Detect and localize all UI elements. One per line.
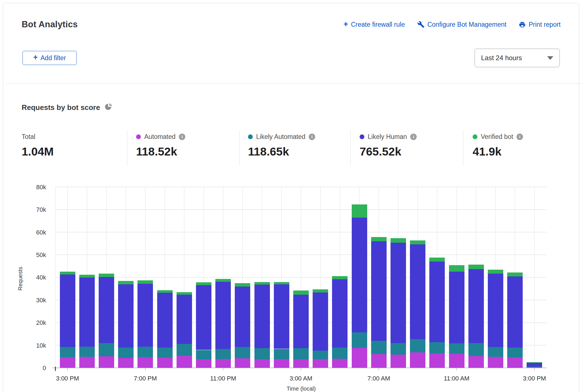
bar-segment-likely-automated[interactable] <box>254 348 270 359</box>
bar-segment-likely-automated[interactable] <box>60 347 75 357</box>
bar-group-11:00 AM[interactable] <box>449 265 464 368</box>
bar-segment-likely-automated[interactable] <box>196 350 211 359</box>
bar-segment-likely-automated[interactable] <box>274 349 289 359</box>
bar-segment-automated[interactable] <box>507 357 523 368</box>
bar-segment-likely-human[interactable] <box>60 274 75 347</box>
bar-segment-automated[interactable] <box>235 358 250 368</box>
bar-group-2:00 PM[interactable] <box>507 272 523 368</box>
info-icon[interactable]: i <box>410 134 417 140</box>
bar-segment-automated[interactable] <box>196 359 211 368</box>
bar-segment-verified-bot[interactable] <box>235 283 250 286</box>
bar-segment-automated[interactable] <box>391 355 406 368</box>
bar-segment-likely-automated[interactable] <box>157 348 173 358</box>
bar-segment-likely-human[interactable] <box>332 279 348 348</box>
bar-segment-likely-automated[interactable] <box>313 351 328 359</box>
bar-segment-verified-bot[interactable] <box>352 204 367 218</box>
add-filter-button[interactable]: + Add filter <box>22 51 77 65</box>
bar-segment-likely-human[interactable] <box>410 244 425 339</box>
bar-segment-likely-human[interactable] <box>391 243 406 343</box>
bar-group-10:00 AM[interactable] <box>429 258 445 368</box>
bar-group-12:00 AM[interactable] <box>235 283 250 368</box>
bar-segment-likely-human[interactable] <box>254 285 270 348</box>
bar-segment-verified-bot[interactable] <box>313 289 328 292</box>
bar-segment-likely-automated[interactable] <box>235 347 250 358</box>
bar-segment-likely-human[interactable] <box>293 295 309 348</box>
bar-segment-likely-automated[interactable] <box>391 343 406 355</box>
bar-segment-verified-bot[interactable] <box>215 279 231 282</box>
bar-segment-verified-bot[interactable] <box>79 275 95 278</box>
bar-segment-likely-automated[interactable] <box>449 343 464 354</box>
bar-segment-automated[interactable] <box>313 359 328 368</box>
bar-segment-likely-automated[interactable] <box>371 341 387 354</box>
print-report-link[interactable]: Print report <box>519 21 561 28</box>
bar-segment-likely-human[interactable] <box>215 282 231 349</box>
bar-segment-automated[interactable] <box>79 357 95 368</box>
bar-segment-automated[interactable] <box>60 357 75 368</box>
bar-segment-likely-automated[interactable] <box>215 349 231 359</box>
bar-segment-automated[interactable] <box>371 354 387 368</box>
bar-segment-likely-human[interactable] <box>99 277 114 343</box>
bar-group-4:00 AM[interactable] <box>313 289 328 368</box>
bar-segment-verified-bot[interactable] <box>137 280 153 284</box>
bar-segment-verified-bot[interactable] <box>60 272 75 275</box>
bar-segment-automated[interactable] <box>99 356 114 368</box>
bar-segment-automated[interactable] <box>215 359 231 368</box>
bar-segment-automated[interactable] <box>410 352 425 368</box>
bar-segment-likely-automated[interactable] <box>118 348 134 358</box>
bar-segment-verified-bot[interactable] <box>507 272 523 277</box>
configure-bot-management-link[interactable]: Configure Bot Management <box>417 21 506 28</box>
bar-segment-likely-human[interactable] <box>429 262 445 342</box>
bar-segment-automated[interactable] <box>429 353 445 368</box>
bar-segment-likely-automated[interactable] <box>293 348 309 359</box>
bar-segment-verified-bot[interactable] <box>157 290 173 293</box>
bar-segment-likely-human[interactable] <box>137 284 153 347</box>
bar-group-5:00 PM[interactable] <box>99 274 114 368</box>
bar-segment-automated[interactable] <box>527 367 542 368</box>
bar-group-4:00 PM[interactable] <box>79 275 95 368</box>
bar-segment-automated[interactable] <box>137 357 153 368</box>
bar-group-8:00 AM[interactable] <box>391 238 406 368</box>
bar-segment-verified-bot[interactable] <box>488 270 503 274</box>
bar-segment-verified-bot[interactable] <box>332 276 348 279</box>
bar-segment-verified-bot[interactable] <box>468 265 484 269</box>
bar-group-5:00 AM[interactable] <box>332 276 348 368</box>
bar-segment-likely-human[interactable] <box>313 292 328 351</box>
bar-segment-verified-bot[interactable] <box>371 237 387 241</box>
bar-segment-verified-bot[interactable] <box>118 281 134 284</box>
bar-segment-verified-bot[interactable] <box>527 362 542 362</box>
bar-segment-likely-human[interactable] <box>507 276 523 347</box>
time-range-select[interactable]: Last 24 hours <box>475 49 560 67</box>
bar-segment-likely-human[interactable] <box>118 284 134 348</box>
bar-segment-automated[interactable] <box>468 356 484 368</box>
bar-segment-likely-automated[interactable] <box>468 343 484 356</box>
bar-segment-likely-automated[interactable] <box>410 339 425 352</box>
bar-segment-automated[interactable] <box>157 358 173 368</box>
bar-segment-automated[interactable] <box>488 357 503 368</box>
bar-segment-likely-human[interactable] <box>527 363 542 367</box>
bar-segment-verified-bot[interactable] <box>196 282 211 285</box>
bar-segment-automated[interactable] <box>177 356 192 368</box>
bar-segment-verified-bot[interactable] <box>391 238 406 242</box>
bar-segment-likely-automated[interactable] <box>177 344 192 356</box>
bar-group-6:00 PM[interactable] <box>118 281 134 368</box>
bar-group-3:00 PM[interactable] <box>60 272 75 368</box>
bar-group-3:00 AM[interactable] <box>293 290 309 368</box>
bar-segment-verified-bot[interactable] <box>449 265 464 272</box>
bar-segment-likely-human[interactable] <box>468 269 484 343</box>
bar-segment-automated[interactable] <box>352 348 367 368</box>
bar-segment-automated[interactable] <box>118 358 134 368</box>
bar-segment-verified-bot[interactable] <box>254 282 270 285</box>
bar-segment-likely-human[interactable] <box>235 287 250 347</box>
bar-group-10:00 PM[interactable] <box>196 282 211 368</box>
info-icon[interactable]: i <box>516 134 523 140</box>
bar-segment-likely-automated[interactable] <box>137 347 153 357</box>
bar-group-7:00 PM[interactable] <box>137 280 153 368</box>
bar-group-8:00 PM[interactable] <box>157 290 173 368</box>
bar-segment-likely-human[interactable] <box>371 241 387 341</box>
bar-segment-automated[interactable] <box>254 359 270 368</box>
bar-segment-likely-automated[interactable] <box>332 348 348 359</box>
bar-segment-automated[interactable] <box>449 354 464 368</box>
bar-segment-likely-human[interactable] <box>79 278 95 347</box>
bar-group-9:00 AM[interactable] <box>410 240 425 368</box>
bar-segment-likely-automated[interactable] <box>79 347 95 357</box>
